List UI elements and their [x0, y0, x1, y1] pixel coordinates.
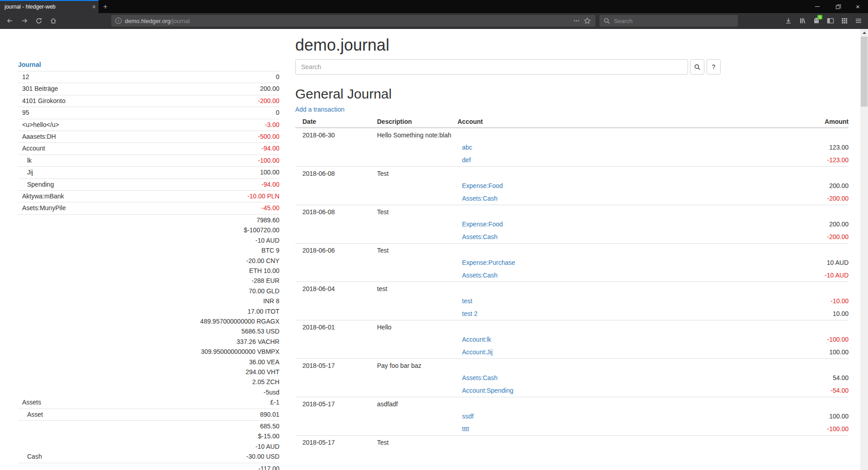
posting-account-link[interactable]: ssdf [462, 413, 474, 420]
page-scrollbar[interactable] [860, 29, 868, 470]
sidebar-amount: 100.00 [260, 167, 279, 177]
sidebar-account-link[interactable]: Aaasets:DH [18, 132, 56, 141]
transaction-description: Hello [377, 324, 458, 331]
forward-button[interactable] [18, 14, 31, 27]
spacer-cell [458, 208, 758, 216]
journal-search-button[interactable] [690, 59, 704, 75]
transaction-title-row[interactable]: 2018-06-06Test [295, 244, 849, 256]
spacer-cell [295, 297, 377, 305]
posting-account-link[interactable]: Account:lk [462, 336, 491, 343]
sidebar-account-link[interactable]: Assets [18, 397, 41, 407]
transaction-title-row[interactable]: 2018-06-30Hello Something note:blah [295, 128, 849, 141]
grid-icon [841, 17, 848, 24]
transaction-title-row[interactable]: 2018-05-17Pay foo bar baz [295, 359, 849, 371]
browser-search-bar[interactable]: Search [599, 15, 738, 27]
new-tab-button[interactable]: + [99, 0, 112, 13]
posting-amount: -10.00 [758, 297, 849, 305]
browser-tab[interactable]: journal - hledger-web × [0, 0, 99, 13]
sidebar-amount: 70.00 GLD [200, 286, 279, 296]
transaction-title-row[interactable]: 2018-06-08Test [295, 167, 849, 179]
bookmark-button[interactable] [582, 17, 593, 24]
journal-nav-link[interactable]: Journal [18, 61, 41, 69]
reload-button[interactable] [32, 14, 46, 27]
spacer-cell [377, 182, 458, 189]
extension-button[interactable]: 0 [809, 14, 823, 27]
site-info-icon[interactable]: i [115, 18, 122, 24]
posting-account-link[interactable]: Assets:Cash [462, 233, 498, 240]
posting-account-link[interactable]: Assets:Cash [462, 374, 498, 381]
posting-account-link[interactable]: test 2 [462, 310, 477, 317]
column-header-amount: Amount [758, 118, 849, 125]
posting-account-link[interactable]: abc [462, 144, 472, 151]
home-button[interactable] [47, 14, 60, 27]
sidebar-amount: -10 AUD [246, 442, 279, 451]
posting-row: Account:Jij100.00 [295, 346, 849, 358]
window-close-button[interactable]: × [848, 0, 868, 13]
url-host: demo.hledger.org [125, 18, 170, 24]
sidebar-account-link[interactable]: 12 [18, 72, 29, 82]
sidebar-toggle-button[interactable] [823, 14, 837, 27]
transaction-title-row[interactable]: 2018-05-17asdfadf [295, 397, 849, 410]
spacer-cell [458, 362, 758, 369]
library-button[interactable] [795, 14, 809, 27]
tab-close-icon[interactable]: × [92, 4, 96, 10]
sidebar-account-balance: 0 [276, 72, 279, 82]
spacer-cell [377, 259, 458, 266]
sidebar-account-link[interactable]: <u>hello</u> [18, 120, 59, 130]
transaction-description: Test [377, 170, 458, 177]
sidebar-account-link[interactable]: Aktywa:mBank [18, 191, 64, 201]
transaction-title-row[interactable]: 2018-06-01Hello [295, 320, 849, 333]
journal-search-input[interactable] [295, 59, 688, 75]
transaction-description: Test [377, 247, 458, 254]
window-restore-button[interactable] [827, 0, 848, 13]
posting-account-link[interactable]: Assets:Cash [462, 195, 498, 202]
posting-account-link[interactable]: Expense:Food [462, 221, 503, 228]
spacer-cell [458, 132, 758, 139]
search-help-button[interactable]: ? [707, 59, 721, 75]
sidebar-amount: 0 [276, 108, 279, 118]
address-bar[interactable]: i demo.hledger.org/journal [111, 15, 595, 27]
sidebar-account-link[interactable]: Asset [18, 409, 43, 419]
sidebar-account-link[interactable]: Cash [18, 451, 42, 461]
transaction-title-row[interactable]: 2018-05-17Test [295, 436, 849, 448]
transaction-group: 2018-05-17asdfadfssdf100.00tttt-100.00 [295, 397, 849, 435]
scrollbar-thumb[interactable] [861, 37, 868, 107]
posting-account-link[interactable]: Assets:Cash [462, 272, 498, 279]
sidebar-account-link[interactable]: Jij [18, 167, 33, 177]
posting-account-link[interactable]: Expense:Purchase [462, 259, 515, 266]
transaction-title-row[interactable]: 2018-06-08Test [295, 205, 849, 218]
posting-account-link[interactable]: Expense:Food [462, 182, 503, 189]
sidebar-account-link[interactable]: 95 [18, 108, 29, 118]
sidebar-account-link[interactable]: Asets:MunyPile [18, 203, 66, 213]
apps-grid-button[interactable] [837, 14, 851, 27]
sidebar-amount: -100.00 [258, 155, 279, 165]
sidebar-account-link[interactable]: Account [18, 143, 45, 153]
add-transaction-link[interactable]: Add a transaction [295, 105, 344, 113]
sidebar-amount: -45.00 [261, 203, 279, 213]
section-title: General Journal [295, 86, 849, 101]
posting-account-link[interactable]: Account:Jij [462, 348, 493, 356]
posting-account-link[interactable]: Account:Spending [462, 387, 514, 394]
sidebar-account-row: lk-100.00 [18, 155, 279, 166]
posting-account-link[interactable]: tttt [462, 425, 469, 432]
navigation-toolbar: i demo.hledger.org/journal Search 0 [0, 13, 868, 29]
menu-button[interactable] [851, 14, 865, 27]
transaction-title-row[interactable]: 2018-06-04test [295, 282, 849, 295]
downloads-button[interactable] [781, 14, 795, 27]
page-actions-button[interactable] [571, 17, 582, 24]
window-minimize-button[interactable] [807, 0, 827, 13]
back-button[interactable] [3, 14, 17, 27]
posting-account-cell: ssdf [458, 413, 758, 420]
posting-account-link[interactable]: test [462, 297, 472, 305]
sidebar-account-link[interactable]: lk [18, 155, 32, 165]
sidebar-account-link[interactable]: Spending [18, 179, 54, 189]
scrollbar-up-button[interactable] [860, 29, 868, 37]
transaction-group: 2018-06-06TestExpense:Purchase10 AUDAsse… [295, 243, 849, 282]
restore-icon [836, 5, 840, 9]
sidebar-account-link[interactable]: 4101 Girokonto [18, 96, 66, 106]
browser-search-placeholder: Search [614, 18, 632, 24]
spacer-cell [377, 336, 458, 343]
transaction-description: Test [377, 439, 458, 446]
posting-account-link[interactable]: def [462, 156, 471, 164]
sidebar-account-link[interactable]: 301 Beiträge [18, 84, 58, 94]
